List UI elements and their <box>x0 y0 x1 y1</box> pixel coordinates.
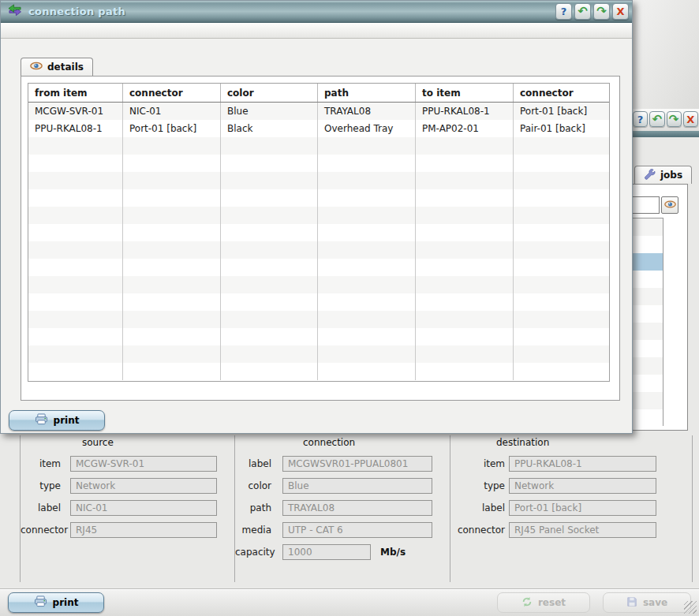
footer-print-button[interactable]: print <box>8 592 104 613</box>
close-icon: X <box>686 114 694 125</box>
table-cell: Port-01 [back] <box>514 103 609 120</box>
eye-icon <box>30 62 43 73</box>
table-row <box>28 328 609 345</box>
table-cell <box>221 155 318 172</box>
redo-arrow-icon: ↷ <box>596 6 607 17</box>
jobs-list-row[interactable] <box>633 288 663 305</box>
col-path: path <box>318 84 416 102</box>
source-item-field: MCGW-SVR-01 <box>70 456 217 472</box>
jobs-list-row[interactable] <box>633 409 663 426</box>
view-button[interactable] <box>661 196 678 214</box>
footer-print-label: print <box>53 597 79 608</box>
table-cell <box>318 224 416 241</box>
col-connector-2: connector <box>514 84 609 102</box>
table-cell <box>123 224 221 241</box>
connection-media-label: media <box>235 525 282 536</box>
table-cell <box>416 224 514 241</box>
resize-grip[interactable] <box>684 601 697 614</box>
bg-close-button[interactable]: X <box>683 111 698 127</box>
table-cell: Blue <box>221 103 318 120</box>
jobs-search-input[interactable] <box>633 196 660 214</box>
help-icon: ? <box>637 114 644 125</box>
jobs-list-row[interactable] <box>633 357 663 375</box>
table-cell: Pair-01 [back] <box>514 120 609 137</box>
dialog-toolbar-strip <box>1 23 632 39</box>
col-connector: connector <box>123 84 221 102</box>
table-cell <box>416 276 514 293</box>
jobs-list[interactable] <box>633 218 663 426</box>
close-icon: X <box>616 6 624 17</box>
dialog-close-button[interactable]: X <box>612 3 629 20</box>
table-cell <box>514 293 609 311</box>
bg-undo-button[interactable]: ↶ <box>649 111 664 127</box>
table-cell <box>318 293 416 311</box>
table-cell <box>416 259 514 276</box>
bg-help-button[interactable]: ? <box>633 111 648 127</box>
table-cell <box>514 172 609 189</box>
table-cell <box>28 363 123 380</box>
jobs-list-row[interactable] <box>633 392 663 409</box>
destination-item-field: PPU-RKAL08-1 <box>509 456 656 472</box>
capacity-unit: Mb/s <box>380 547 406 558</box>
table-row[interactable]: MCGW-SVR-01NIC-01BlueTRAYAL08PPU-RKAL08-… <box>28 103 609 120</box>
dialog-print-label: print <box>54 415 80 426</box>
table-cell <box>416 363 514 380</box>
table-row <box>28 241 609 259</box>
table-cell <box>221 241 318 259</box>
dialog-print-button[interactable]: print <box>9 410 105 431</box>
table-cell <box>221 259 318 276</box>
destination-label-label: label <box>450 502 509 513</box>
table-cell <box>514 189 609 207</box>
table-cell <box>318 207 416 224</box>
jobs-list-row[interactable] <box>633 340 663 357</box>
table-cell <box>514 137 609 155</box>
jobs-list-row[interactable] <box>633 375 663 392</box>
destination-item-label: item <box>450 458 509 469</box>
dialog-redo-button[interactable]: ↷ <box>593 3 610 20</box>
table-cell <box>123 328 221 345</box>
save-label: save <box>643 597 667 608</box>
table-row <box>28 363 609 380</box>
source-type-field: Network <box>70 478 217 494</box>
reset-icon <box>521 596 533 610</box>
table-cell <box>318 189 416 207</box>
table-cell <box>221 224 318 241</box>
table-cell <box>514 241 609 259</box>
jobs-list-row[interactable] <box>633 271 663 288</box>
connection-label-field: MCGWSVR01-PPUAL0801 <box>282 456 432 472</box>
table-row <box>28 155 609 172</box>
source-label-field: NIC-01 <box>70 500 217 516</box>
table-cell <box>123 137 221 155</box>
help-icon: ? <box>561 6 567 17</box>
connection-header: connection <box>303 437 432 448</box>
table-cell <box>28 241 123 259</box>
bg-redo-button[interactable]: ↷ <box>667 111 682 127</box>
jobs-list-row[interactable] <box>633 323 663 340</box>
jobs-list-row[interactable] <box>633 305 663 323</box>
table-cell <box>416 293 514 311</box>
table-cell <box>123 259 221 276</box>
table-cell <box>514 155 609 172</box>
tab-jobs[interactable]: jobs <box>634 166 692 184</box>
jobs-list-row[interactable] <box>633 218 663 236</box>
table-row <box>28 224 609 241</box>
table-row[interactable]: PPU-RKAL08-1Port-01 [back]BlackOverhead … <box>28 120 609 137</box>
details-table-body: MCGW-SVR-01NIC-01BlueTRAYAL08PPU-RKAL08-… <box>28 103 609 380</box>
source-connector-label: connector <box>21 525 70 536</box>
table-cell <box>28 259 123 276</box>
dialog-undo-button[interactable]: ↶ <box>574 3 591 20</box>
jobs-list-row[interactable] <box>633 236 663 253</box>
table-cell <box>28 345 123 363</box>
table-cell <box>514 345 609 363</box>
tab-details[interactable]: details <box>21 58 93 76</box>
dialog-help-button[interactable]: ? <box>555 3 572 20</box>
jobs-list-row[interactable] <box>633 253 663 271</box>
col-from-item: from item <box>28 84 123 102</box>
destination-connector-field: RJ45 Panel Socket <box>509 522 656 538</box>
source-type-label: type <box>21 480 70 491</box>
table-cell <box>221 311 318 328</box>
table-row <box>28 293 609 311</box>
tab-jobs-label: jobs <box>660 170 682 181</box>
table-cell <box>318 241 416 259</box>
dialog-titlebar[interactable]: connection path ? ↶ ↷ X <box>1 1 632 23</box>
